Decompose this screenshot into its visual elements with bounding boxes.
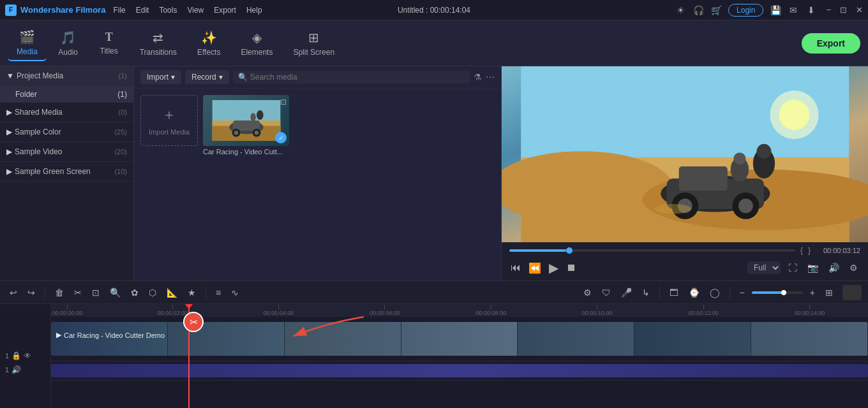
video-track-bg[interactable]: ▶ Car Racing - Video Cutter Demo	[51, 322, 868, 356]
shape-button[interactable]: ⬡	[146, 286, 160, 299]
clock-button[interactable]: ⌚	[685, 286, 703, 299]
left-bracket-icon[interactable]: {	[800, 246, 803, 255]
section-project-media[interactable]: ▼ Project Media (1)	[0, 66, 133, 86]
tab-effects[interactable]: ✨ Effects	[188, 26, 229, 61]
progress-bar-wrap: { } 00:00:03:12	[509, 246, 861, 255]
zoom-in-button[interactable]: +	[807, 286, 818, 299]
stop-button[interactable]: ⏹	[565, 261, 578, 275]
snapshot-icon[interactable]: 📷	[805, 261, 821, 274]
settings-icon[interactable]: ⚙	[847, 261, 860, 274]
settings-timeline-button[interactable]: ⚙	[580, 286, 595, 299]
menu-tools[interactable]: Tools	[159, 6, 177, 15]
mic-button[interactable]: 🎤	[618, 286, 635, 299]
shield-button[interactable]: 🛡	[599, 286, 614, 299]
svg-point-7	[234, 131, 237, 135]
circle-button[interactable]: ◯	[707, 286, 723, 299]
tc-mark-10: 00:00:10:00	[582, 305, 613, 316]
menu-view[interactable]: View	[187, 6, 204, 15]
undo-button[interactable]: ↩	[6, 286, 20, 299]
tab-transitions[interactable]: ⇄ Transitions	[131, 26, 186, 61]
section-sample-video[interactable]: ▶ Sample Video (20)	[0, 142, 133, 162]
fit-button[interactable]: ⊞	[822, 286, 836, 299]
fullscreen-icon[interactable]: ⛶	[786, 261, 800, 274]
menu-help[interactable]: Help	[246, 6, 262, 15]
track-lock-button[interactable]: 🔒	[11, 351, 21, 360]
import-media-placeholder[interactable]: ＋ Import Media	[140, 95, 198, 146]
grid-icon[interactable]: ⋯	[486, 72, 495, 82]
notification-icon[interactable]: ✉	[788, 4, 799, 16]
save-icon[interactable]: 💾	[770, 4, 781, 16]
download-icon[interactable]: ⬇	[805, 4, 817, 16]
svg-rect-20	[678, 166, 727, 191]
skip-back-button[interactable]: ⏮	[509, 261, 522, 275]
record-button[interactable]: Record ▾	[185, 70, 229, 84]
cut-button[interactable]: ✂	[71, 286, 85, 299]
audio-volume-button[interactable]: 🔊	[11, 365, 21, 374]
crop-button[interactable]: ⊡	[89, 286, 103, 299]
chevron-right-icon4: ▶	[6, 167, 12, 176]
transform-button[interactable]: 📐	[163, 286, 181, 299]
tc-line	[67, 305, 68, 310]
tab-elements[interactable]: ◈ Elements	[232, 26, 281, 61]
close-button[interactable]: ✕	[856, 5, 863, 15]
audio-track-bg[interactable]	[51, 364, 868, 377]
track-add-button[interactable]: ↳	[639, 286, 653, 299]
menu-file[interactable]: File	[113, 6, 125, 15]
toolbar: 🎬 Media 🎵 Audio T Titles ⇄ Transitions ✨…	[0, 20, 868, 66]
color-button[interactable]: ✿	[128, 286, 142, 299]
frame-back-button[interactable]: ⏪	[527, 261, 542, 275]
section-shared-media[interactable]: ▶ Shared Media (0)	[0, 103, 133, 122]
maximize-button[interactable]: ⊡	[840, 5, 847, 15]
delete-button[interactable]: 🗑	[52, 286, 67, 299]
minimize-button[interactable]: −	[826, 5, 831, 15]
redo-button[interactable]: ↪	[24, 286, 38, 299]
audio-label: Audio	[58, 48, 78, 57]
headphones-icon[interactable]: 🎧	[692, 4, 704, 16]
progress-thumb[interactable]	[566, 247, 572, 254]
quality-select[interactable]: Full 1/2 1/4	[747, 261, 781, 274]
subsection-folder[interactable]: Folder (1)	[0, 86, 133, 103]
zoom-in-timeline-button[interactable]: 🔍	[107, 286, 124, 299]
menu-button[interactable]: ≡	[213, 286, 224, 299]
tab-titles[interactable]: T Titles	[90, 27, 128, 59]
sample-video-count: (20)	[114, 148, 127, 156]
volume-icon[interactable]: 🔊	[826, 261, 842, 274]
tab-media[interactable]: 🎬 Media	[8, 26, 47, 61]
sun-icon[interactable]: ☀	[675, 4, 686, 16]
import-button[interactable]: Import ▾	[140, 70, 181, 84]
menu-export[interactable]: Export	[214, 6, 236, 15]
title-actions: ☀ 🎧 🛒 Login 💾 ✉ ⬇ − ⊡ ✕	[675, 4, 863, 17]
tc-mark-2: 00:00:02:00	[157, 305, 188, 316]
right-bracket-icon[interactable]: }	[808, 246, 811, 255]
preview-scene-svg	[502, 66, 869, 242]
sample-green-label: Sample Green Screen	[15, 167, 91, 176]
search-input[interactable]	[250, 73, 465, 82]
zoom-bar[interactable]	[752, 291, 803, 294]
filter-icon[interactable]: ⚗	[474, 72, 482, 82]
media-expand-icon[interactable]: ⊡	[280, 98, 287, 106]
cart-icon[interactable]: 🛒	[710, 4, 722, 16]
play-button[interactable]: ▶	[548, 259, 560, 277]
tab-audio[interactable]: 🎵 Audio	[49, 26, 87, 61]
tc-line	[491, 305, 491, 310]
star-button[interactable]: ★	[184, 286, 199, 299]
section-sample-color[interactable]: ▶ Sample Color (25)	[0, 122, 133, 142]
elements-label: Elements	[241, 48, 273, 57]
split-screen-icon: ⊞	[308, 30, 319, 45]
section-sample-green[interactable]: ▶ Sample Green Screen (10)	[0, 162, 133, 182]
login-button[interactable]: Login	[728, 4, 763, 17]
svg-point-9	[257, 110, 264, 120]
zoom-out-button[interactable]: −	[737, 286, 748, 299]
split-icon-button[interactable]: 🗔	[666, 286, 682, 299]
toolbar-separator-1	[45, 286, 45, 299]
transitions-label: Transitions	[140, 48, 177, 57]
tab-split-screen[interactable]: ⊞ Split Screen	[284, 26, 343, 61]
wave-button[interactable]: ∿	[228, 286, 242, 299]
progress-bar[interactable]	[509, 249, 795, 252]
timeline-content: 1 🔒 👁 1 🔊 00:00:00:00 00:00:02:00	[0, 304, 868, 408]
menu-edit[interactable]: Edit	[136, 6, 149, 15]
folder-label: Folder	[15, 90, 37, 99]
track-visibility-button[interactable]: 👁	[24, 351, 31, 360]
export-button[interactable]: Export	[802, 33, 860, 54]
media-item-car-racing[interactable]: ⊡ ✓ Car Racing - Video Cutt...	[203, 95, 289, 156]
